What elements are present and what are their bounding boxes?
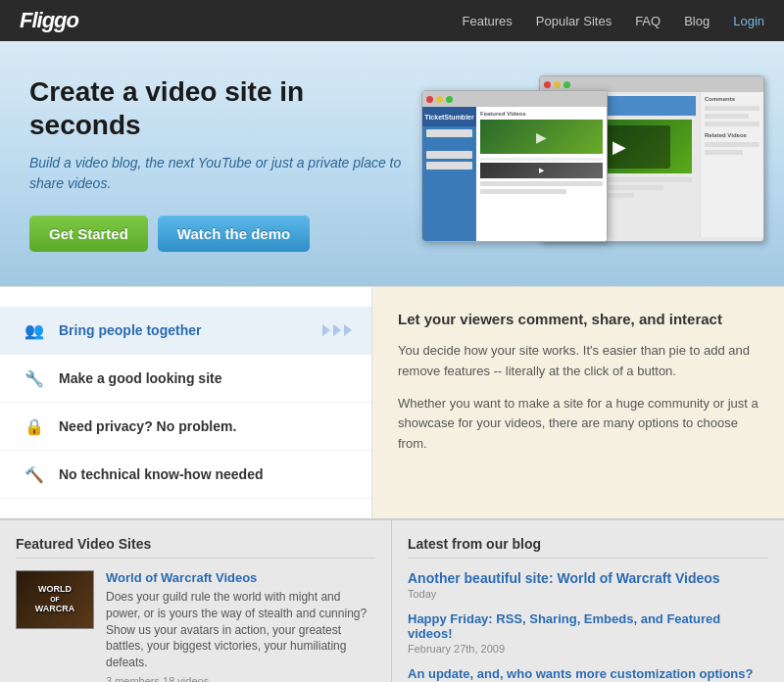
feature-privacy[interactable]: 🔒 Need privacy? No problem. bbox=[0, 403, 371, 451]
wow-info: World of Warcraft Videos Does your guild… bbox=[106, 570, 375, 682]
wow-meta: 3 members 18 videos bbox=[106, 675, 375, 682]
ss-divider-1 bbox=[480, 158, 603, 161]
nav-links: Features Popular Sites FAQ Blog Login bbox=[463, 14, 765, 28]
hero-buttons: Get Started Watch the demo bbox=[29, 216, 402, 252]
blog-post-customization-link[interactable]: An update, and, who wants more customiza… bbox=[408, 666, 768, 681]
wow-desc: Does your guild rule the world with migh… bbox=[106, 589, 375, 671]
hero-screenshots: JamLegend ▶ Comments bbox=[412, 71, 764, 257]
ss-front-bar-2 bbox=[480, 189, 566, 194]
feature-good-looking-label: Make a good looking site bbox=[59, 370, 221, 386]
maximize-dot bbox=[564, 81, 570, 88]
wow-thumb-text: WORLDOFWARCRA bbox=[35, 585, 75, 614]
nav-faq[interactable]: FAQ bbox=[635, 14, 661, 28]
blog-section: Latest from our blog Another beautiful s… bbox=[392, 520, 784, 682]
wrench-icon: 🔧 bbox=[20, 366, 49, 390]
nav-popular-sites[interactable]: Popular Sites bbox=[536, 14, 612, 28]
featured-videos-label: Featured Videos bbox=[480, 111, 603, 117]
ss-back-sidebar: Comments Related Videos bbox=[700, 92, 763, 237]
featured-sites: Featured Video Sites WORLDOFWARCRA World… bbox=[0, 520, 392, 682]
ss-front-main: Featured Videos ▶ bbox=[476, 107, 607, 241]
ss-sidebar-item-1 bbox=[426, 129, 472, 137]
ss-sidebar-item-3 bbox=[426, 151, 472, 159]
blog-post-wow: Another beautiful site: World of Warcraf… bbox=[408, 570, 768, 600]
ss-video-thumb-2: ▶ bbox=[480, 163, 603, 178]
minimize-dot bbox=[554, 81, 561, 88]
feature-no-tech[interactable]: 🔨 No technical know-how needed bbox=[0, 451, 371, 499]
blog-post-rss: Happy Friday: RSS, Sharing, Embeds, and … bbox=[408, 611, 768, 655]
hero-title: Create a video site in seconds bbox=[29, 75, 402, 141]
ss-sidebar-item-2 bbox=[426, 140, 472, 148]
arrow-3 bbox=[344, 324, 352, 336]
ss-comment-bar-2 bbox=[705, 114, 749, 119]
feature-no-tech-label: No technical know-how needed bbox=[59, 466, 263, 482]
featured-sites-title: Featured Video Sites bbox=[16, 536, 375, 559]
hero-section: Create a video site in seconds Build a v… bbox=[0, 41, 784, 286]
ss-front-main-inner: Featured Videos ▶ bbox=[476, 107, 607, 201]
tools-icon: 🔨 bbox=[20, 463, 49, 486]
ss-related-bar-2 bbox=[705, 150, 743, 155]
ss-comment-bar-3 bbox=[705, 122, 760, 126]
wow-title[interactable]: World of Warcraft Videos bbox=[106, 570, 375, 585]
nav-blog[interactable]: Blog bbox=[684, 14, 710, 28]
ss-front-content: TicketStumbler Featured Videos ▶ bbox=[422, 107, 607, 241]
site-item-wow: WORLDOFWARCRA World of Warcraft Videos D… bbox=[16, 570, 375, 682]
ss-related-bar-1 bbox=[705, 142, 760, 147]
bottom-section: Featured Video Sites WORLDOFWARCRA World… bbox=[0, 518, 784, 682]
features-list: 👥 Bring people together 🔧 Make a good lo… bbox=[0, 287, 372, 518]
hero-subtitle: Build a video blog, the next YouTube or … bbox=[29, 153, 402, 194]
related-label: Related Videos bbox=[705, 132, 760, 138]
blog-post-rss-date: February 27th, 2009 bbox=[408, 643, 768, 655]
arrow-2 bbox=[333, 324, 341, 336]
blog-post-wow-date: Today bbox=[408, 588, 768, 600]
screenshot-front: TicketStumbler Featured Videos ▶ bbox=[421, 90, 608, 242]
ss-front-logo-text: TicketStumbler bbox=[424, 114, 473, 121]
ss-comment-bar-1 bbox=[705, 106, 760, 111]
navbar: Fliggo Features Popular Sites FAQ Blog L… bbox=[0, 0, 784, 41]
people-icon: 👥 bbox=[20, 318, 49, 342]
arrow-1 bbox=[322, 324, 330, 336]
feature-bring-people[interactable]: 👥 Bring people together bbox=[0, 307, 371, 355]
front-close-dot bbox=[426, 96, 433, 103]
blog-post-wow-link[interactable]: Another beautiful site: World of Warcraf… bbox=[408, 570, 768, 586]
features-panel-title: Let your viewers comment, share, and int… bbox=[398, 311, 759, 327]
ss-front-sidebar: TicketStumbler bbox=[422, 107, 476, 241]
blog-post-rss-link[interactable]: Happy Friday: RSS, Sharing, Embeds, and … bbox=[408, 611, 768, 641]
nav-features[interactable]: Features bbox=[463, 14, 513, 28]
feature-arrows bbox=[322, 324, 352, 336]
front-maximize-dot bbox=[446, 96, 453, 103]
feature-good-looking[interactable]: 🔧 Make a good looking site bbox=[0, 355, 371, 403]
ss-front-bar-1 bbox=[480, 181, 603, 186]
features-panel-body1: You decide how your site works. It's eas… bbox=[398, 341, 759, 382]
lock-icon: 🔒 bbox=[20, 414, 49, 438]
ss-video-thumb-1 bbox=[480, 120, 603, 154]
close-dot bbox=[544, 81, 551, 88]
features-section: 👥 Bring people together 🔧 Make a good lo… bbox=[0, 286, 784, 518]
wow-thumbnail[interactable]: WORLDOFWARCRA bbox=[16, 570, 94, 629]
feature-bring-people-label: Bring people together bbox=[59, 322, 201, 338]
ss-front-logo: TicketStumbler bbox=[422, 107, 476, 126]
watch-demo-button[interactable]: Watch the demo bbox=[158, 216, 310, 252]
get-started-button[interactable]: Get Started bbox=[29, 216, 148, 252]
logo[interactable]: Fliggo bbox=[20, 8, 78, 33]
features-panel-body2: Whether you want to make a site for a hu… bbox=[398, 394, 759, 455]
blog-title: Latest from our blog bbox=[408, 536, 768, 559]
nav-login[interactable]: Login bbox=[733, 14, 764, 28]
feature-privacy-label: Need privacy? No problem. bbox=[59, 418, 236, 434]
front-minimize-dot bbox=[436, 96, 443, 103]
ss-sidebar-item-4 bbox=[426, 162, 472, 170]
ss-toolbar-front bbox=[422, 91, 607, 107]
hero-text: Create a video site in seconds Build a v… bbox=[29, 75, 402, 252]
blog-post-customization: An update, and, who wants more customiza… bbox=[408, 666, 768, 682]
features-panel: Let your viewers comment, share, and int… bbox=[372, 287, 784, 518]
comments-label: Comments bbox=[705, 96, 760, 102]
